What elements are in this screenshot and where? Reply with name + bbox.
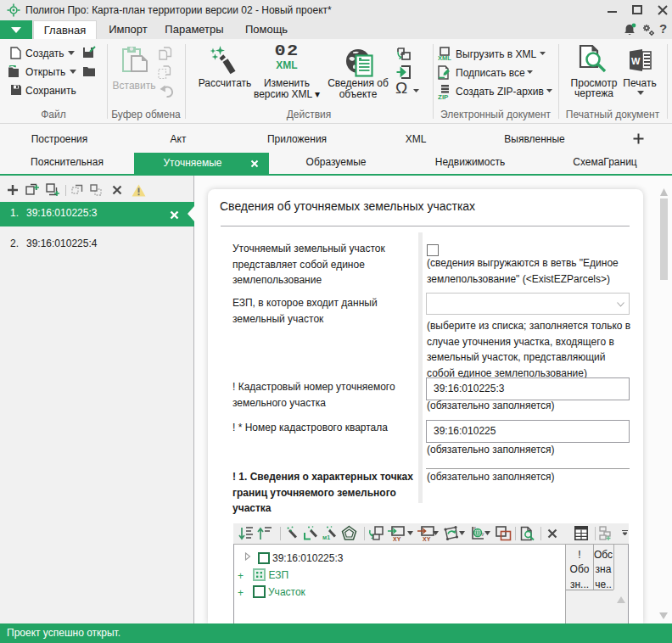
svg-text:ZIP: ZIP: [438, 92, 449, 99]
svg-text:x: x: [473, 525, 476, 530]
svg-text:XY: XY: [423, 536, 431, 542]
svg-text:W: W: [631, 56, 641, 66]
svg-text:XML: XML: [438, 54, 451, 61]
svg-text:XY: XY: [393, 536, 401, 542]
svg-text:м1: м1: [322, 534, 330, 540]
